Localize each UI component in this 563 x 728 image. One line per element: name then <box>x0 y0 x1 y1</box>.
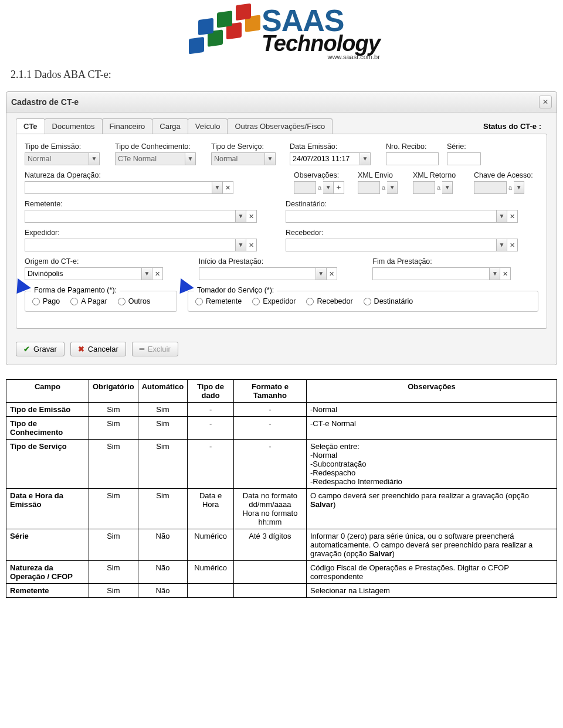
data-emissao-input[interactable] <box>290 152 360 165</box>
remetente-input[interactable] <box>25 210 236 223</box>
origem-input[interactable] <box>25 267 142 280</box>
chevron-down-icon[interactable]: ▼ <box>316 267 327 280</box>
lock-icon: a <box>507 184 514 191</box>
xml-envio-input[interactable] <box>358 181 380 194</box>
cell-auto: Não <box>138 561 188 584</box>
cell-obs: Código Fiscal de Operações e Prestações.… <box>306 561 557 584</box>
tab-cte[interactable]: CTe <box>16 118 45 134</box>
expedidor-input[interactable] <box>25 239 236 251</box>
tipo-servico-combo[interactable]: ▼ <box>211 152 282 165</box>
data-emissao-combo[interactable]: ▼ <box>290 152 378 165</box>
nro-recibo-label: Nro. Recibo: <box>386 142 439 151</box>
tomador-legend: Tomador do Serviço (*): <box>194 286 277 294</box>
cell-auto: Não <box>138 529 188 561</box>
destinatario-combo[interactable]: ▼ ✕ <box>286 210 538 223</box>
window-cadastro-cte: Cadastro de CT-e ✕ CTe Documentos Financ… <box>6 91 557 365</box>
chevron-down-icon[interactable]: ▼ <box>265 152 276 165</box>
radio-expedidor[interactable]: Expedidor <box>252 297 296 305</box>
cell-obs: O campo deverá ser preenchido para reali… <box>306 489 557 529</box>
tab-veiculo[interactable]: Veículo <box>188 118 228 134</box>
nro-recibo-input-wrap[interactable] <box>386 152 439 165</box>
observacoes-combo[interactable]: a ▼ + <box>294 181 350 194</box>
chevron-down-icon[interactable]: ▼ <box>212 181 223 194</box>
chevron-down-icon[interactable]: ▼ <box>185 152 196 165</box>
table-row: Natureza da Operação / CFOPSimNãoNuméric… <box>6 561 557 584</box>
serie-label: Série: <box>447 142 482 151</box>
chevron-down-icon[interactable]: ▼ <box>490 267 500 280</box>
cell-formato: Até 3 dígitos <box>233 529 306 561</box>
nro-recibo-input[interactable] <box>386 152 439 165</box>
plus-icon[interactable]: + <box>334 181 344 194</box>
chevron-down-icon[interactable]: ▼ <box>323 181 334 194</box>
tab-documentos[interactable]: Documentos <box>45 118 103 134</box>
clear-icon[interactable]: ✕ <box>223 181 233 194</box>
expedidor-combo[interactable]: ▼ ✕ <box>25 239 277 251</box>
chevron-down-icon[interactable]: ▼ <box>360 152 371 165</box>
chevron-down-icon[interactable]: ▼ <box>497 239 507 251</box>
cell-campo: Data e Hora da Emissão <box>6 489 89 529</box>
chevron-down-icon[interactable]: ▼ <box>514 181 524 194</box>
close-button[interactable]: ✕ <box>539 96 552 108</box>
serie-input-wrap[interactable] <box>447 152 482 165</box>
radio-outros[interactable]: Outros <box>118 297 151 305</box>
arrow-icon <box>10 278 31 298</box>
clear-icon[interactable]: ✕ <box>500 267 511 280</box>
tipo-conhecimento-input[interactable] <box>115 152 185 165</box>
fim-prestacao-combo[interactable]: ▼ ✕ <box>372 267 538 280</box>
tipo-servico-input[interactable] <box>211 152 265 165</box>
cell-campo: Remetente <box>6 584 89 598</box>
radio-remetente[interactable]: Remetente <box>195 297 242 305</box>
lock-icon: a <box>435 184 442 191</box>
group-forma-pagamento: Forma de Pagamento (*): Pago A Pagar Out… <box>25 291 177 312</box>
table-row: Tipo de EmissãoSimSim---Normal <box>6 403 557 417</box>
clear-icon[interactable]: ✕ <box>246 239 257 251</box>
chevron-down-icon[interactable]: ▼ <box>89 152 100 165</box>
radio-apagar[interactable]: A Pagar <box>70 297 107 305</box>
chevron-down-icon[interactable]: ▼ <box>387 181 398 194</box>
xml-retorno-input[interactable] <box>413 181 435 194</box>
chevron-down-icon[interactable]: ▼ <box>236 239 246 251</box>
excluir-button[interactable]: ━Excluir <box>132 342 178 356</box>
radio-destinatario[interactable]: Destinatário <box>364 297 413 305</box>
chevron-down-icon[interactable]: ▼ <box>442 181 453 194</box>
chevron-down-icon[interactable]: ▼ <box>142 267 152 280</box>
xml-retorno-label: XML Retorno <box>413 171 466 179</box>
chevron-down-icon[interactable]: ▼ <box>236 210 246 223</box>
radio-recebedor[interactable]: Recebedor <box>306 297 352 305</box>
chave-acesso-combo[interactable]: a ▼ <box>474 181 538 194</box>
clear-icon[interactable]: ✕ <box>507 210 518 223</box>
inicio-prestacao-combo[interactable]: ▼ ✕ <box>199 267 365 280</box>
fim-prestacao-input[interactable] <box>372 267 490 280</box>
gravar-button[interactable]: ✔Gravar <box>16 342 65 356</box>
chave-acesso-label: Chave de Acesso: <box>474 171 538 179</box>
clear-icon[interactable]: ✕ <box>246 210 257 223</box>
radio-pago[interactable]: Pago <box>32 297 60 305</box>
tab-financeiro[interactable]: Financeiro <box>102 118 153 134</box>
clear-icon[interactable]: ✕ <box>152 267 163 280</box>
tipo-emissao-combo[interactable]: ▼ <box>25 152 107 165</box>
natureza-input[interactable] <box>25 181 212 194</box>
clear-icon[interactable]: ✕ <box>327 267 337 280</box>
origem-combo[interactable]: ▼ ✕ <box>25 267 191 280</box>
xml-retorno-combo[interactable]: a ▼ <box>413 181 466 194</box>
clear-icon[interactable]: ✕ <box>507 239 518 251</box>
recebedor-combo[interactable]: ▼ ✕ <box>286 239 538 251</box>
destinatario-input[interactable] <box>286 210 497 223</box>
serie-input[interactable] <box>447 152 481 165</box>
natureza-combo[interactable]: ▼ ✕ <box>25 181 286 194</box>
cancel-icon: ✖ <box>78 345 84 353</box>
tab-outras-obs[interactable]: Outras Observações/Fisco <box>227 118 333 134</box>
cancelar-button[interactable]: ✖Cancelar <box>70 342 126 356</box>
chevron-down-icon[interactable]: ▼ <box>497 210 507 223</box>
observacoes-input[interactable] <box>294 181 316 194</box>
window-title: Cadastro de CT-e <box>11 97 79 107</box>
inicio-prestacao-input[interactable] <box>199 267 316 280</box>
remetente-combo[interactable]: ▼ ✕ <box>25 210 277 223</box>
tab-carga[interactable]: Carga <box>152 118 188 134</box>
cell-tipo: Numérico <box>188 561 234 584</box>
tipo-conhecimento-combo[interactable]: ▼ <box>115 152 203 165</box>
recebedor-input[interactable] <box>286 239 497 251</box>
xml-envio-combo[interactable]: a ▼ <box>358 181 405 194</box>
chave-acesso-input[interactable] <box>474 181 507 194</box>
tipo-emissao-input[interactable] <box>25 152 89 165</box>
